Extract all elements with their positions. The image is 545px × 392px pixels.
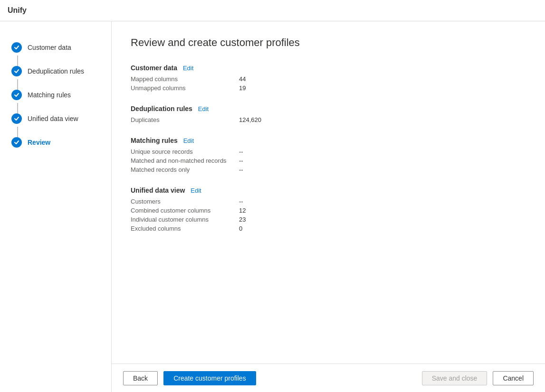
edit-link-deduplication[interactable]: Edit (198, 105, 209, 112)
sidebar-item-customer-data[interactable]: Customer data (0, 36, 111, 59)
section-unified-header: Unified data view Edit (131, 187, 526, 194)
value-individual-columns: 23 (239, 216, 246, 223)
app-wrapper: Unify Customer data (0, 0, 545, 392)
cancel-button[interactable]: Cancel (493, 371, 534, 385)
value-customers: -- (239, 198, 243, 205)
row-unmapped-columns: Unmapped columns 19 (131, 84, 526, 92)
section-title-matching: Matching rules (131, 137, 178, 144)
main-layout: Customer data Deduplication rules (0, 21, 545, 392)
value-duplicates: 124,620 (239, 116, 261, 123)
back-button[interactable]: Back (123, 371, 158, 385)
edit-link-unified[interactable]: Edit (191, 187, 201, 194)
row-customers: Customers -- (131, 198, 526, 205)
label-combined-columns: Combined customer columns (131, 207, 235, 214)
sidebar-item-matching-rules[interactable]: Matching rules (0, 83, 111, 107)
row-excluded-columns: Excluded columns 0 (131, 225, 526, 232)
label-duplicates: Duplicates (131, 116, 235, 123)
row-combined-columns: Combined customer columns 12 (131, 207, 526, 214)
footer: Back Create customer profiles Save and c… (112, 364, 545, 392)
edit-link-matching[interactable]: Edit (183, 137, 194, 144)
label-unmapped-columns: Unmapped columns (131, 84, 235, 92)
row-individual-columns: Individual customer columns 23 (131, 216, 526, 223)
save-close-button[interactable]: Save and close (422, 371, 488, 385)
section-deduplication-rules: Deduplication rules Edit Duplicates 124,… (131, 105, 526, 123)
section-title-customer-data: Customer data (131, 64, 177, 72)
section-matching-rules: Matching rules Edit Unique source record… (131, 137, 526, 173)
label-excluded-columns: Excluded columns (131, 225, 235, 232)
step-check-icon-3 (11, 90, 22, 100)
value-unique-source: -- (239, 148, 243, 155)
footer-right: Save and close Cancel (422, 371, 534, 385)
create-profiles-button[interactable]: Create customer profiles (163, 371, 256, 385)
content-area: Review and create customer profiles Cust… (112, 21, 545, 392)
row-matched-only: Matched records only -- (131, 166, 526, 173)
section-deduplication-header: Deduplication rules Edit (131, 105, 526, 112)
value-mapped-columns: 44 (239, 75, 246, 83)
sidebar-item-deduplication-rules[interactable]: Deduplication rules (0, 59, 111, 83)
label-matched-non-matched: Matched and non-matched records (131, 157, 235, 164)
step-label-unified-data-view: Unified data view (28, 115, 78, 122)
sidebar-item-unified-data-view[interactable]: Unified data view (0, 107, 111, 131)
page-title: Review and create customer profiles (131, 37, 526, 49)
label-mapped-columns: Mapped columns (131, 75, 235, 83)
step-label-review: Review (28, 139, 50, 146)
step-check-icon-5 (11, 137, 22, 148)
row-unique-source: Unique source records -- (131, 148, 526, 155)
step-check-icon-2 (11, 66, 22, 76)
sidebar-item-review[interactable]: Review (0, 131, 111, 154)
edit-link-customer-data[interactable]: Edit (183, 65, 193, 72)
section-matching-header: Matching rules Edit (131, 137, 526, 144)
app-header: Unify (0, 0, 545, 21)
sidebar: Customer data Deduplication rules (0, 21, 112, 392)
step-check-icon-4 (11, 113, 22, 124)
row-matched-non-matched: Matched and non-matched records -- (131, 157, 526, 164)
step-label-deduplication-rules: Deduplication rules (28, 67, 84, 75)
section-title-unified: Unified data view (131, 187, 185, 194)
section-customer-data: Customer data Edit Mapped columns 44 Unm… (131, 64, 526, 92)
value-matched-only: -- (239, 166, 243, 173)
value-excluded-columns: 0 (239, 225, 242, 232)
value-combined-columns: 12 (239, 207, 246, 214)
step-label-matching-rules: Matching rules (28, 91, 71, 99)
label-customers: Customers (131, 198, 235, 205)
app-title: Unify (8, 6, 27, 15)
sidebar-steps: Customer data Deduplication rules (0, 31, 111, 159)
row-mapped-columns: Mapped columns 44 (131, 75, 526, 83)
label-unique-source: Unique source records (131, 148, 235, 155)
footer-left: Back Create customer profiles (123, 371, 256, 385)
step-label-customer-data: Customer data (28, 44, 71, 51)
value-unmapped-columns: 19 (239, 84, 246, 92)
label-matched-only: Matched records only (131, 166, 235, 173)
section-title-deduplication: Deduplication rules (131, 105, 192, 112)
section-customer-data-header: Customer data Edit (131, 64, 526, 72)
content-main: Review and create customer profiles Cust… (112, 21, 545, 364)
label-individual-columns: Individual customer columns (131, 216, 235, 223)
step-check-icon-1 (11, 42, 22, 53)
section-unified-data-view: Unified data view Edit Customers -- Comb… (131, 187, 526, 232)
row-duplicates: Duplicates 124,620 (131, 116, 526, 123)
value-matched-non-matched: -- (239, 157, 243, 164)
